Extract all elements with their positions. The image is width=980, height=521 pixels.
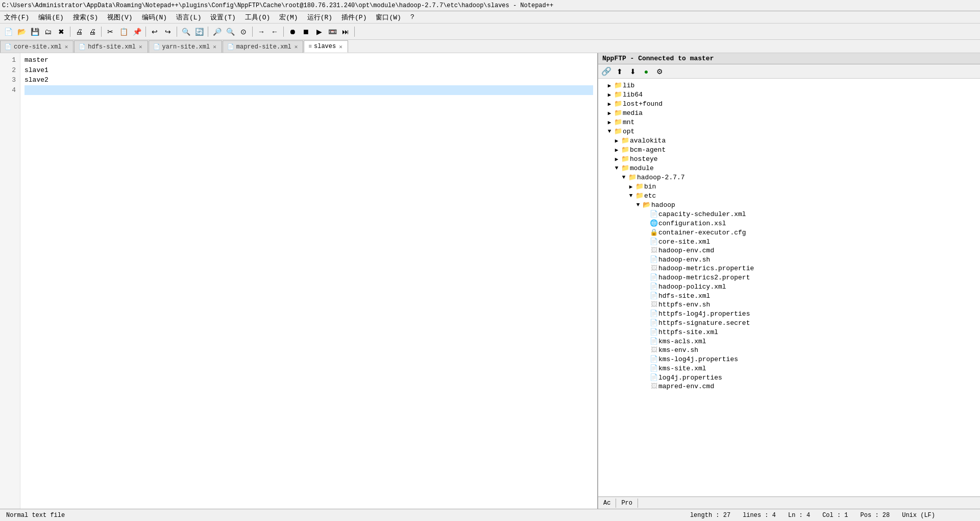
- tab-yarn-site[interactable]: 📄yarn-site.xml✕: [149, 40, 222, 53]
- code-line-2[interactable]: slave1: [24, 65, 593, 76]
- tree-item-httpfs-env.sh[interactable]: 🖼httpfs-env.sh: [598, 300, 980, 309]
- tree-item-mnt[interactable]: ▶📁mnt: [598, 117, 980, 127]
- menu-edit[interactable]: 编辑(E): [36, 12, 65, 22]
- cut-button[interactable]: ✂: [104, 26, 116, 38]
- ftp-settings-button[interactable]: ⚙: [653, 65, 666, 78]
- menu-tools[interactable]: 工具(O): [243, 12, 272, 22]
- tree-toggle-bin[interactable]: ▶: [627, 183, 635, 190]
- tree-toggle-media[interactable]: ▶: [605, 110, 614, 116]
- tree-item-httpfs-signature.secret[interactable]: 📄httpfs-signature.secret: [598, 318, 980, 327]
- menu-settings[interactable]: 设置(T): [208, 12, 237, 22]
- save-all-button[interactable]: 🗂: [42, 26, 54, 38]
- tab-hdfs-site[interactable]: 📄hdfs-site.xml✕: [74, 40, 148, 53]
- macro-rec-button[interactable]: ⏺: [286, 26, 299, 38]
- menu-window[interactable]: 窗口(W): [374, 12, 403, 22]
- menu-file[interactable]: 文件(F): [2, 12, 31, 22]
- tree-toggle-mnt[interactable]: ▶: [605, 119, 614, 126]
- ftp-tab-ac[interactable]: Ac: [598, 499, 616, 508]
- tree-item-hadoop-env.sh[interactable]: 📄hadoop-env.sh: [598, 255, 980, 264]
- tree-item-hadoop-policy.xml[interactable]: 📄hadoop-policy.xml: [598, 282, 980, 291]
- tree-item-configuration.xsl[interactable]: 🌐configuration.xsl: [598, 219, 980, 228]
- ftp-upload-button[interactable]: ⬆: [614, 65, 626, 78]
- tab-close-slaves[interactable]: ✕: [338, 43, 344, 50]
- tab-close-core-site[interactable]: ✕: [64, 43, 69, 50]
- tree-toggle-hosteye[interactable]: ▶: [612, 156, 621, 162]
- zoom-in-button[interactable]: 🔎: [211, 26, 223, 38]
- replace-button[interactable]: 🔄: [193, 26, 205, 38]
- tree-toggle-lib64[interactable]: ▶: [605, 91, 614, 98]
- tab-close-hdfs-site[interactable]: ✕: [138, 43, 143, 50]
- tree-item-httpfs-log4j.properties[interactable]: 📄httpfs-log4j.properties: [598, 309, 980, 318]
- tree-item-kms-site.xml[interactable]: 📄kms-site.xml: [598, 364, 980, 373]
- menu-help[interactable]: ?: [408, 13, 416, 21]
- editor-area[interactable]: 1234 masterslave1slave2: [0, 53, 597, 509]
- tree-item-hosteye[interactable]: ▶📁hosteye: [598, 154, 980, 163]
- tab-close-mapred-site[interactable]: ✕: [293, 43, 299, 50]
- ftp-tab-pro[interactable]: Pro: [616, 499, 638, 508]
- menu-view[interactable]: 视图(V): [105, 12, 134, 22]
- code-line-1[interactable]: master: [24, 55, 593, 65]
- tree-item-kms-log4j.properties[interactable]: 📄kms-log4j.properties: [598, 354, 980, 364]
- code-lines[interactable]: masterslave1slave2: [20, 53, 597, 509]
- tree-toggle-opt[interactable]: ▼: [605, 128, 614, 134]
- redo-button[interactable]: ↪: [162, 26, 174, 38]
- restore-zoom-button[interactable]: ⊙: [237, 26, 250, 38]
- tree-item-hadoop[interactable]: ▼📂hadoop: [598, 200, 980, 209]
- tree-item-kms-acls.xml[interactable]: 📄kms-acls.xml: [598, 337, 980, 346]
- menu-search[interactable]: 搜索(S): [71, 12, 100, 22]
- menu-plugins[interactable]: 插件(P): [339, 12, 369, 22]
- tree-item-etc[interactable]: ▼📁etc: [598, 191, 980, 200]
- tree-item-capacity-scheduler.xml[interactable]: 📄capacity-scheduler.xml: [598, 209, 980, 219]
- tree-item-httpfs-site.xml[interactable]: 📄httpfs-site.xml: [598, 327, 980, 337]
- tab-mapred-site[interactable]: 📄mapred-site.xml✕: [223, 40, 304, 53]
- tree-toggle-lib[interactable]: ▶: [605, 82, 614, 89]
- indent-button[interactable]: →: [255, 26, 267, 38]
- find-button[interactable]: 🔍: [180, 26, 192, 38]
- tree-item-hdfs-site.xml[interactable]: 📄hdfs-site.xml: [598, 291, 980, 300]
- macro-play-button[interactable]: ▶: [313, 26, 325, 38]
- macro-run-button[interactable]: ⏭: [339, 26, 352, 38]
- copy-button[interactable]: 📋: [117, 26, 130, 38]
- tree-toggle-etc[interactable]: ▼: [627, 193, 635, 199]
- new-button[interactable]: 📄: [2, 26, 14, 38]
- open-button[interactable]: 📂: [15, 26, 28, 38]
- tree-item-media[interactable]: ▶📁media: [598, 108, 980, 117]
- menu-macro[interactable]: 宏(M): [277, 12, 300, 22]
- tree-item-avalokita[interactable]: ▶📁avalokita: [598, 136, 980, 145]
- tree-toggle-avalokita[interactable]: ▶: [612, 137, 621, 144]
- tab-slaves[interactable]: ≡slaves✕: [304, 40, 348, 53]
- tree-toggle-bcm-agent[interactable]: ▶: [612, 147, 621, 153]
- menu-language[interactable]: 语言(L): [174, 12, 203, 22]
- tree-toggle-module[interactable]: ▼: [612, 165, 621, 171]
- tree-item-module[interactable]: ▼📁module: [598, 163, 980, 173]
- tab-close-yarn-site[interactable]: ✕: [212, 43, 217, 50]
- macro-stop-button[interactable]: ⏹: [300, 26, 312, 38]
- tree-item-core-site.xml[interactable]: 📄core-site.xml: [598, 237, 980, 246]
- zoom-out-button[interactable]: 🔍: [224, 26, 236, 38]
- macro-save-button[interactable]: 📼: [326, 26, 338, 38]
- tree-toggle-lost+found[interactable]: ▶: [605, 101, 614, 107]
- tree-item-lib[interactable]: ▶📁lib: [598, 81, 980, 90]
- tree-item-mapred-env.cmd[interactable]: 🖼mapred-env.cmd: [598, 382, 980, 391]
- tree-item-lost+found[interactable]: ▶📁lost+found: [598, 99, 980, 108]
- ftp-connect-button[interactable]: 🔗: [600, 65, 612, 78]
- tree-item-container-executor.cfg[interactable]: 🔒container-executor.cfg: [598, 228, 980, 237]
- menu-run[interactable]: 运行(R): [305, 12, 334, 22]
- tree-item-hadoop-env.cmd[interactable]: 🖼hadoop-env.cmd: [598, 246, 980, 255]
- tree-toggle-hadoop-2.7.7[interactable]: ▼: [620, 174, 628, 180]
- print-now-button[interactable]: 🖨: [86, 26, 99, 38]
- paste-button[interactable]: 📌: [131, 26, 143, 38]
- undo-button[interactable]: ↩: [149, 26, 161, 38]
- tab-core-site[interactable]: 📄core-site.xml✕: [0, 40, 74, 53]
- tree-item-bin[interactable]: ▶📁bin: [598, 182, 980, 191]
- tree-item-kms-env.sh[interactable]: 🖼kms-env.sh: [598, 346, 980, 354]
- save-button[interactable]: 💾: [29, 26, 41, 38]
- print-button[interactable]: 🖨: [73, 26, 85, 38]
- ftp-refresh-button[interactable]: ●: [640, 65, 652, 78]
- outdent-button[interactable]: ←: [268, 26, 281, 38]
- close-button[interactable]: ✖: [55, 26, 67, 38]
- tree-item-log4j.properties[interactable]: 📄log4j.properties: [598, 373, 980, 382]
- menu-encode[interactable]: 编码(N): [140, 12, 169, 22]
- code-line-3[interactable]: slave2: [24, 75, 593, 85]
- tree-toggle-hadoop[interactable]: ▼: [634, 202, 642, 208]
